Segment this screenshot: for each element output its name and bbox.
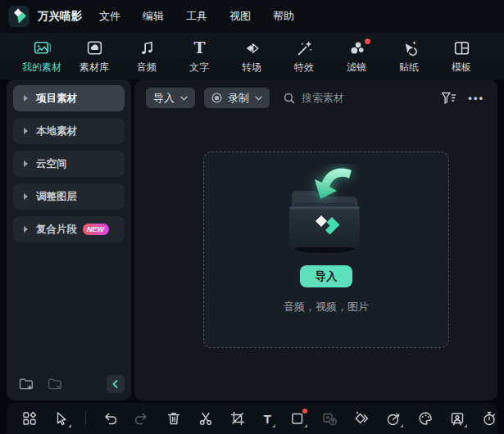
audio-icon — [138, 38, 157, 57]
timer-button[interactable] — [481, 410, 497, 427]
tab-templates[interactable]: 模板 — [435, 38, 488, 75]
more-options-icon[interactable]: ••• — [468, 92, 484, 104]
tab-text[interactable]: T 文字 — [173, 38, 225, 75]
text-to-speech-button[interactable] — [321, 410, 338, 427]
record-icon — [211, 93, 222, 103]
chevron-right-icon — [24, 128, 28, 134]
new-content-badge-dot — [365, 38, 370, 44]
sidebar-item-compound-clip[interactable]: 复合片段 NEW — [13, 216, 125, 242]
dropzone-hint: 音频，视频，图片 — [284, 300, 369, 314]
sidebar-footer — [18, 375, 125, 393]
tab-stickers[interactable]: 贴纸 — [383, 38, 435, 75]
menu-help[interactable]: 帮助 — [273, 9, 294, 24]
sidebar-item-project-media[interactable]: 项目素材 — [13, 85, 125, 111]
titlebar: 万兴喵影 文件 编辑 工具 视图 帮助 — [0, 0, 504, 33]
new-badge: NEW — [83, 224, 109, 235]
tab-label: 滤镜 — [347, 61, 366, 75]
mask-button[interactable] — [289, 410, 306, 427]
tab-label: 音频 — [137, 61, 157, 75]
main-area: 项目素材 本地素材 云空间 调整图层 复合片段 NEW — [7, 79, 497, 400]
layout-switch-button[interactable] — [21, 410, 38, 427]
menubar: 文件 编辑 工具 视图 帮助 — [99, 9, 294, 24]
media-content-panel: 导入 录制 搜索素材 — [134, 79, 497, 400]
tab-label: 文字 — [189, 61, 209, 75]
search-input[interactable]: 搜索素材 — [284, 91, 344, 106]
speed-button[interactable] — [385, 410, 402, 427]
chroma-key-button[interactable] — [449, 410, 465, 427]
crop-button[interactable] — [229, 410, 246, 427]
bottom-toolbar: T — [7, 403, 497, 434]
tab-my-media[interactable]: 我的素材 — [16, 38, 68, 75]
sidebar-item-cloud-space[interactable]: 云空间 — [13, 151, 125, 177]
quick-text-button[interactable]: T — [261, 410, 274, 427]
effects-icon — [295, 38, 314, 57]
tab-filters[interactable]: 滤镜 — [330, 38, 383, 75]
undo-button[interactable] — [102, 410, 118, 427]
import-button[interactable]: 导入 — [300, 265, 352, 287]
tab-label: 转场 — [242, 61, 261, 75]
sidebar-item-local-media[interactable]: 本地素材 — [13, 118, 125, 144]
text-icon: T — [190, 38, 209, 57]
menu-view[interactable]: 视图 — [229, 9, 251, 24]
filter-icon[interactable] — [441, 92, 456, 105]
tab-label: 模板 — [452, 61, 471, 75]
stock-media-icon — [85, 38, 104, 57]
stickers-icon — [400, 38, 419, 57]
redo-button[interactable] — [134, 410, 150, 427]
tab-label: 素材库 — [79, 61, 109, 75]
toolbar-right-icons: ••• — [441, 92, 488, 105]
search-placeholder: 搜索素材 — [302, 91, 344, 106]
select-tool-button[interactable] — [53, 410, 70, 427]
transition-icon — [243, 38, 261, 57]
tab-transitions[interactable]: 转场 — [225, 38, 278, 75]
tab-effects[interactable]: 特效 — [278, 38, 330, 75]
app-title: 万兴喵影 — [38, 9, 82, 24]
search-icon — [284, 93, 295, 104]
svg-text:T: T — [193, 38, 205, 57]
toolbar-divider — [85, 412, 86, 425]
tab-label: 特效 — [294, 61, 314, 75]
sidebar-item-adjustment-layer[interactable]: 调整图层 — [13, 183, 125, 210]
chevron-right-icon — [24, 95, 28, 102]
color-palette-button[interactable] — [417, 410, 434, 427]
filters-icon — [347, 38, 366, 57]
media-tabbar: 我的素材 素材库 音频 T 文字 — [0, 33, 504, 79]
templates-icon — [452, 38, 471, 57]
delete-folder-icon[interactable] — [47, 376, 63, 392]
tab-audio[interactable]: 音频 — [120, 38, 173, 75]
chevron-down-icon — [180, 96, 188, 101]
new-feature-badge-dot — [302, 409, 307, 414]
media-sidebar: 项目素材 本地素材 云空间 调整图层 复合片段 NEW — [7, 79, 131, 400]
my-media-icon — [33, 38, 52, 57]
record-dropdown-button[interactable]: 录制 — [204, 88, 270, 108]
menu-edit[interactable]: 编辑 — [143, 9, 164, 24]
chevron-down-icon — [255, 96, 262, 101]
chevron-right-icon — [24, 193, 28, 200]
cut-button[interactable] — [198, 410, 214, 427]
menu-tools[interactable]: 工具 — [186, 9, 207, 24]
menu-file[interactable]: 文件 — [99, 9, 120, 24]
chevron-right-icon — [24, 160, 28, 167]
keyframe-button[interactable] — [353, 410, 370, 427]
collapse-sidebar-button[interactable] — [107, 375, 125, 393]
chevron-right-icon — [24, 226, 28, 233]
import-dropzone[interactable]: 导入 音频，视频，图片 — [203, 151, 449, 348]
app-logo-icon — [8, 6, 30, 27]
add-folder-icon[interactable] — [18, 376, 34, 392]
import-folder-illustration — [265, 164, 388, 260]
media-toolbar: 导入 录制 搜索素材 — [134, 79, 497, 108]
tab-label: 贴纸 — [399, 61, 419, 75]
delete-button[interactable] — [166, 410, 182, 427]
tab-label: 我的素材 — [22, 61, 61, 75]
tab-stock-media[interactable]: 素材库 — [68, 38, 120, 75]
import-dropdown-button[interactable]: 导入 — [146, 88, 195, 108]
